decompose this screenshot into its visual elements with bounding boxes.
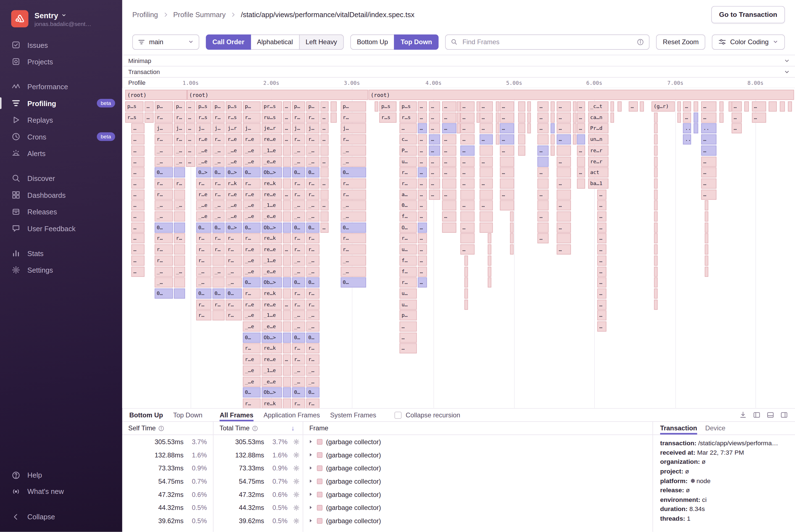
flame-frame-cell[interactable]: …	[556, 134, 571, 145]
flame-frame-cell[interactable]	[174, 211, 185, 222]
flame-frame-cell[interactable]: Ob…>	[262, 332, 282, 343]
flame-frame-cell[interactable]	[654, 267, 658, 277]
flame-frame-cell[interactable]: …	[460, 134, 475, 145]
flame-frame-cell[interactable]	[465, 300, 468, 310]
flame-frame-cell[interactable]: …	[418, 167, 427, 177]
flame-frame-cell[interactable]: _1…e	[262, 255, 282, 266]
flame-frame-cell[interactable]: j…r	[226, 124, 242, 134]
flame-frame-cell[interactable]: …	[283, 124, 291, 134]
flame-frame-cell[interactable]: 0…	[306, 387, 320, 398]
flame-frame-cell[interactable]: …	[186, 112, 195, 122]
flame-frame-cell[interactable]: …	[701, 178, 716, 189]
flame-frame-cell[interactable]: _e…e	[262, 377, 282, 387]
flame-frame-cell[interactable]: …	[186, 156, 195, 167]
flame-frame-cell[interactable]: …	[283, 189, 291, 200]
flame-frame-cell[interactable]: r…	[174, 112, 185, 122]
flame-frame-cell[interactable]	[283, 145, 291, 155]
flame-frame-cell[interactable]	[705, 201, 708, 211]
flame-frame-cell[interactable]: …	[752, 112, 766, 122]
flame-frame-cell[interactable]: _…	[292, 255, 305, 266]
flame-frame-cell[interactable]: …	[131, 189, 145, 200]
sidebar-item-projects[interactable]: Projects	[0, 53, 122, 70]
flame-frame-cell[interactable]: …	[429, 112, 440, 122]
flame-frame-cell[interactable]	[283, 343, 291, 354]
flame-frame-cell[interactable]: …	[556, 156, 571, 167]
flame-frame-cell[interactable]: 0…	[212, 167, 225, 177]
flame-frame-cell[interactable]	[537, 201, 549, 211]
flame-frame-cell[interactable]: 0…	[212, 222, 225, 232]
flame-frame-cell[interactable]: …	[418, 255, 427, 266]
flame-frame-cell[interactable]: r…	[306, 178, 320, 189]
flame-frame-cell[interactable]	[330, 101, 337, 112]
flame-frame-cell[interactable]: r…	[292, 300, 305, 310]
flame-frame-cell[interactable]: …	[131, 167, 145, 177]
flame-frame-cell[interactable]: 0…	[292, 332, 305, 343]
flame-frame-cell[interactable]	[465, 267, 468, 277]
flame-frame-cell[interactable]: …	[442, 112, 456, 122]
flame-frame-cell[interactable]: …	[577, 101, 585, 112]
flame-frame-cell[interactable]	[573, 101, 576, 112]
flame-frame-cell[interactable]	[556, 211, 571, 222]
flame-frame-cell[interactable]: …	[283, 355, 291, 365]
flame-frame-cell[interactable]: _…	[196, 267, 211, 277]
flame-frame-cell[interactable]: …	[145, 101, 154, 112]
flame-frame-cell[interactable]	[551, 145, 555, 155]
detail-tab-transaction[interactable]: Transaction	[660, 422, 697, 435]
flame-frame-cell[interactable]	[283, 201, 291, 211]
table-row[interactable]: 132.88ms1.6%	[122, 448, 213, 461]
flame-frame-cell[interactable]: r…	[292, 134, 305, 145]
flame-frame-cell[interactable]: …	[537, 101, 549, 112]
flame-frame-cell[interactable]: 0…	[155, 167, 173, 177]
flame-frame-cell[interactable]	[573, 124, 576, 134]
flame-frame-cell[interactable]	[283, 267, 291, 277]
flame-frame-cell[interactable]	[577, 134, 585, 145]
flame-frame-cell[interactable]: 0…	[292, 387, 305, 398]
flame-frame-cell[interactable]: r…e	[226, 134, 242, 145]
flame-frame-cell[interactable]	[551, 112, 555, 122]
flame-frame-cell[interactable]: r…	[341, 244, 366, 255]
flame-frame-cell[interactable]: …	[418, 277, 427, 288]
flame-frame-cell[interactable]	[174, 167, 185, 177]
flame-frame-cell[interactable]: _…	[226, 277, 242, 288]
flame-frame-cell[interactable]: _…	[226, 267, 242, 277]
segment-button-bottom-up[interactable]: Bottom Up	[350, 34, 395, 50]
flame-frame-cell[interactable]: r…s	[125, 112, 144, 122]
flame-root-cell[interactable]: (root)	[368, 90, 794, 100]
chevron-right-icon[interactable]	[308, 453, 313, 457]
flame-frame-cell[interactable]: …	[537, 167, 549, 177]
flame-frame-cell[interactable]: u…	[399, 244, 417, 255]
flame-frame-cell[interactable]: r…	[243, 112, 261, 122]
flame-frame-cell[interactable]: …	[577, 167, 585, 177]
flame-frame-cell[interactable]: …	[597, 189, 606, 200]
flame-frame-cell[interactable]: _…	[155, 156, 173, 167]
self-time-header[interactable]: Self Time	[122, 422, 213, 435]
flame-frame-cell[interactable]: …	[429, 134, 440, 145]
flame-frame-cell[interactable]: …	[556, 201, 571, 211]
flame-frame-cell[interactable]: r…	[196, 178, 211, 189]
flame-frame-cell[interactable]	[577, 178, 585, 189]
flame-frame-cell[interactable]: _…	[155, 211, 173, 222]
flame-frame-cell[interactable]: …	[597, 244, 606, 255]
flame-frame-cell[interactable]	[174, 277, 185, 288]
flame-frame-cell[interactable]	[677, 112, 681, 122]
flame-frame-cell[interactable]: 0…	[399, 201, 417, 211]
flame-frame-cell[interactable]: ..	[683, 134, 691, 145]
flame-frame-cell[interactable]	[442, 222, 456, 232]
flame-frame-cell[interactable]: …	[442, 189, 456, 200]
flame-frame-cell[interactable]: …	[701, 189, 716, 200]
flame-frame-cell[interactable]: …	[752, 101, 766, 112]
chevron-right-icon[interactable]	[308, 479, 313, 484]
sidebar-item-dashboards[interactable]: Dashboards	[0, 187, 122, 203]
flame-frame-cell[interactable]	[537, 134, 549, 145]
gear-icon[interactable]	[289, 491, 303, 498]
flame-frame-cell[interactable]: _…e	[196, 201, 211, 211]
flame-frame-cell[interactable]: r…	[292, 355, 305, 365]
flame-frame-cell[interactable]: Ob…>	[262, 387, 282, 398]
flame-frame-cell[interactable]: …	[597, 201, 606, 211]
flame-frame-cell[interactable]: _…	[306, 322, 320, 332]
flame-frame-cell[interactable]: …	[131, 211, 145, 222]
flame-frame-cell[interactable]	[283, 167, 291, 177]
flame-frame-cell[interactable]: …	[442, 101, 456, 112]
flame-frame-cell[interactable]	[174, 288, 185, 299]
flame-frame-cell[interactable]: _…	[306, 255, 320, 266]
